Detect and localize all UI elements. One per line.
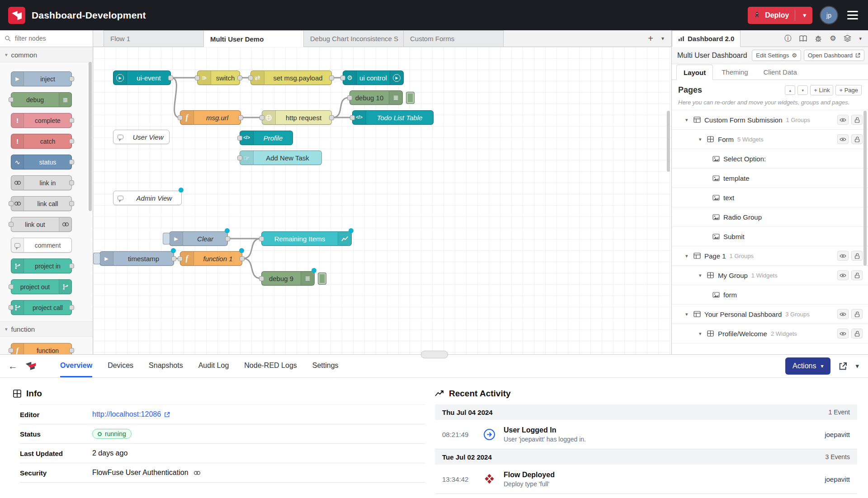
palette-node-comment[interactable]: comment [11, 238, 72, 253]
tab-dashboard-2[interactable]: Dashboard 2.0 [672, 30, 741, 47]
output-port[interactable] [329, 115, 334, 120]
palette-scrollbar[interactable] [89, 62, 92, 211]
output-port[interactable] [225, 236, 230, 241]
flow-node-admin-view[interactable]: Admin View [113, 191, 182, 205]
palette-node-link-out[interactable]: link out [11, 217, 72, 232]
tree-item-my-group[interactable]: ▾My Group1 Widgets [672, 266, 868, 285]
expand-all-button[interactable]: ▾ [797, 85, 808, 95]
flow-canvas[interactable]: ▶ui-event⋔switch⇄set msg.payload⚙ui cont… [93, 47, 671, 354]
palette-node-debug[interactable]: debug≣ [11, 92, 72, 107]
sidebar-scrollbar[interactable] [863, 111, 867, 266]
user-avatar[interactable]: jp [821, 7, 837, 23]
lock-toggle[interactable] [851, 270, 863, 280]
tree-item-form[interactable]: form [672, 285, 868, 305]
palette-node-function[interactable]: ffunction [11, 343, 72, 354]
chevron-down-icon[interactable]: ▾ [685, 253, 693, 259]
add-page-button[interactable]: + Page [835, 85, 862, 95]
chevron-down-icon[interactable]: ▾ [699, 331, 707, 337]
flow-node-ui-event[interactable]: ▶ui-event [113, 70, 171, 85]
palette-node-complete[interactable]: !complete [11, 113, 72, 128]
output-port[interactable] [329, 75, 334, 80]
flow-tab-custom-forms[interactable]: Custom Forms [403, 30, 504, 47]
tab-devices[interactable]: Devices [108, 355, 133, 377]
back-button[interactable]: ← [8, 361, 18, 371]
edit-settings-button[interactable]: Edit Settings⚙ [752, 50, 801, 61]
deploy-button[interactable]: Deploy ▾ [748, 7, 812, 24]
inject-button[interactable] [93, 253, 100, 264]
tab-settings[interactable]: Settings [312, 355, 339, 377]
bug-icon[interactable] [815, 35, 822, 42]
input-port[interactable] [350, 115, 355, 120]
output-port[interactable] [69, 201, 74, 206]
visibility-toggle[interactable] [837, 134, 849, 144]
tree-item-profile-welcome[interactable]: ▾Profile/Welcome2 Widgets [672, 324, 868, 343]
palette-node-project-out[interactable]: project out [11, 279, 72, 294]
input-port[interactable] [237, 155, 242, 160]
output-port[interactable] [69, 263, 74, 268]
tab-theming[interactable]: Theming [715, 64, 755, 80]
tree-item-template[interactable]: template [672, 169, 868, 188]
flow-node-user-view[interactable]: User View [113, 130, 170, 144]
output-port[interactable] [69, 76, 74, 81]
tree-item-form[interactable]: ▾Form5 Widgets [672, 130, 868, 149]
palette-node-status[interactable]: ∿status [11, 155, 72, 169]
flow-node-remaining-items[interactable]: Remaining Items [261, 231, 352, 246]
palette-node-catch[interactable]: !catch [11, 134, 72, 149]
tab-overview[interactable]: Overview [60, 355, 92, 377]
lock-toggle[interactable] [851, 251, 863, 261]
collapse-panel-caret[interactable]: ▾ [855, 362, 859, 370]
flow-node-profile[interactable]: </>Profile [240, 131, 293, 145]
visibility-toggle[interactable] [837, 329, 849, 338]
visibility-toggle[interactable] [837, 251, 849, 261]
actions-button[interactable]: Actions▾ [785, 357, 831, 375]
input-port[interactable] [9, 284, 14, 289]
input-port[interactable] [347, 95, 352, 100]
docs-book-icon[interactable] [799, 35, 807, 42]
palette-node-link-in[interactable]: link in [11, 175, 72, 190]
flow-node-msg-url[interactable]: fmsg.url [180, 110, 241, 125]
input-port[interactable] [259, 276, 264, 281]
tab-snapshots[interactable]: Snapshots [149, 355, 183, 377]
palette-filter-input[interactable] [14, 34, 82, 42]
chevron-down-icon[interactable]: ▾ [685, 117, 693, 123]
tab-node-red-logs[interactable]: Node-RED Logs [244, 355, 297, 377]
output-port[interactable] [69, 348, 74, 353]
chevron-down-icon[interactable]: ▾ [699, 272, 707, 278]
flow-node-set-msg-payload[interactable]: ⇄set msg.payload [250, 70, 332, 85]
flow-list-caret[interactable]: ▾ [661, 35, 664, 42]
panel-resize-handle[interactable] [421, 351, 448, 358]
tree-item-text[interactable]: text [672, 188, 868, 207]
input-port[interactable] [9, 222, 14, 227]
tab-layout[interactable]: Layout [676, 65, 713, 80]
lock-toggle[interactable] [851, 309, 863, 319]
palette-category-common[interactable]: ▾common [0, 47, 93, 62]
lock-toggle[interactable] [851, 329, 863, 338]
editor-url-link[interactable]: http://localhost:12086 [92, 410, 161, 418]
input-port[interactable] [340, 75, 345, 80]
flow-node-switch[interactable]: ⋔switch [197, 70, 240, 85]
flow-node-timestamp[interactable]: ▶timestamp [99, 251, 174, 266]
add-flow-button[interactable]: + [648, 33, 653, 44]
lock-toggle[interactable] [851, 115, 863, 125]
flow-node-clear[interactable]: ▶Clear [169, 231, 228, 246]
output-port[interactable] [69, 180, 74, 185]
sidebar-tabs-caret[interactable]: ▾ [859, 36, 862, 42]
visibility-toggle[interactable] [837, 115, 849, 125]
input-port[interactable] [9, 348, 14, 353]
layers-icon[interactable] [844, 35, 851, 42]
gear-icon[interactable]: ⚙ [830, 35, 836, 42]
tree-item-page-1[interactable]: ▾Page 11 Groups [672, 246, 868, 266]
flow-tab-debug-chart-inconsistence-s[interactable]: Debug Chart Inconsistence S [303, 30, 404, 47]
flow-node-debug-10[interactable]: debug 10≣ [349, 90, 403, 105]
tree-item-submit[interactable]: Submit [672, 227, 868, 246]
canvas-scrollbar[interactable] [667, 111, 670, 172]
palette-node-link-call[interactable]: link call [11, 196, 72, 211]
palette-node-project-call[interactable]: project call [11, 300, 72, 315]
info-icon[interactable]: ⓘ [784, 35, 792, 42]
palette-node-project-in[interactable]: project in [11, 258, 72, 273]
visibility-toggle[interactable] [837, 309, 849, 319]
flow-node-function-1[interactable]: ffunction 1 [180, 251, 242, 266]
output-port[interactable] [168, 75, 173, 80]
visibility-toggle[interactable] [837, 270, 849, 280]
input-port[interactable] [259, 115, 264, 120]
